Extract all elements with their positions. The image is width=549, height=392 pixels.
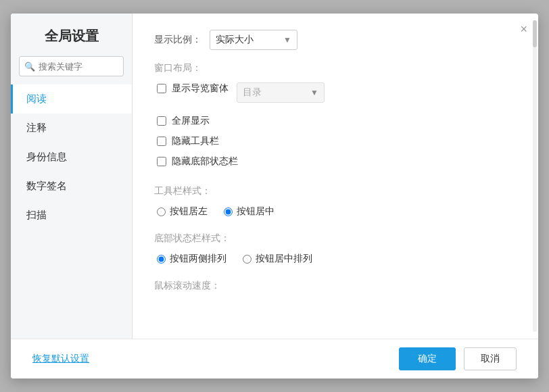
show-browser-checkbox[interactable]	[157, 84, 166, 93]
mouse-scroll-label: 鼠标滚动速度：	[154, 280, 517, 292]
toolbar-style-label: 工具栏样式：	[154, 185, 517, 197]
statusbar-both-sides-option[interactable]: 按钮两侧排列	[157, 253, 226, 265]
bottom-bar: 恢复默认设置 确定 取消	[11, 339, 538, 378]
hide-statusbar-checkbox[interactable]	[157, 157, 166, 166]
hide-statusbar-label: 隐藏底部状态栏	[172, 155, 238, 168]
sidebar-item-digital-signature[interactable]: 数字签名	[11, 172, 132, 201]
toolbar-align-center-option[interactable]: 按钮居中	[224, 205, 274, 218]
sidebar-item-reading[interactable]: 阅读	[11, 84, 132, 114]
button-group: 确定 取消	[399, 347, 517, 370]
toolbar-align-center-label: 按钮居中	[237, 205, 274, 218]
scrollbar-track	[533, 20, 537, 332]
main-content: × 显示比例： 实际大小 ▼ 窗口布局： 显示导览窗体 目录	[133, 14, 538, 339]
sidebar-search-container: 🔍	[19, 56, 124, 76]
show-browser-row: 显示导览窗体 目录 ▼	[157, 82, 517, 103]
toolbar-align-left-option[interactable]: 按钮居左	[157, 205, 208, 218]
browser-dropdown-arrow-icon: ▼	[310, 88, 318, 97]
hide-toolbar-checkbox[interactable]	[157, 137, 166, 146]
search-icon: 🔍	[24, 62, 35, 72]
settings-dialog: 全局设置 🔍 阅读 注释 身份信息 数字签名 扫描 ×	[11, 14, 538, 378]
show-browser-dropdown[interactable]: 目录 ▼	[237, 82, 325, 103]
fullscreen-label: 全屏显示	[172, 115, 210, 127]
dialog-inner: 全局设置 🔍 阅读 注释 身份信息 数字签名 扫描 ×	[11, 14, 538, 339]
statusbar-style-row: 按钮两侧排列 按钮居中排列	[157, 253, 517, 265]
display-scale-label: 显示比例：	[154, 34, 201, 46]
toolbar-align-center-radio[interactable]	[224, 207, 233, 216]
toolbar-style-row: 按钮居左 按钮居中	[157, 205, 517, 218]
window-layout-label: 窗口布局：	[154, 62, 517, 74]
hide-statusbar-row: 隐藏底部状态栏	[157, 155, 517, 168]
statusbar-center-label: 按钮居中排列	[256, 253, 312, 265]
statusbar-style-label: 底部状态栏样式：	[154, 232, 517, 245]
display-scale-value: 实际大小	[216, 34, 278, 46]
browser-type-value: 目录	[243, 87, 305, 99]
fullscreen-row: 全屏显示	[157, 115, 517, 127]
display-scale-dropdown[interactable]: 实际大小 ▼	[210, 30, 297, 50]
reset-link[interactable]: 恢复默认设置	[32, 353, 89, 365]
toolbar-align-left-label: 按钮居左	[170, 205, 208, 218]
statusbar-both-sides-label: 按钮两侧排列	[170, 253, 226, 265]
sidebar-item-scan[interactable]: 扫描	[11, 201, 132, 230]
show-browser-checkbox-row: 显示导览窗体	[157, 82, 229, 95]
sidebar-item-annotation[interactable]: 注释	[11, 114, 132, 143]
display-scale-row: 显示比例： 实际大小 ▼	[154, 30, 517, 50]
hide-toolbar-label: 隐藏工具栏	[172, 135, 219, 147]
dropdown-arrow-icon: ▼	[283, 35, 291, 45]
close-button[interactable]: ×	[520, 23, 527, 35]
sidebar: 全局设置 🔍 阅读 注释 身份信息 数字签名 扫描	[11, 14, 133, 339]
sidebar-item-identity[interactable]: 身份信息	[11, 143, 132, 172]
hide-toolbar-row: 隐藏工具栏	[157, 135, 517, 147]
scrollbar-thumb[interactable]	[533, 20, 537, 47]
sidebar-title: 全局设置	[11, 20, 132, 56]
statusbar-both-sides-radio[interactable]	[157, 255, 166, 264]
confirm-button[interactable]: 确定	[399, 347, 456, 370]
statusbar-center-radio[interactable]	[243, 255, 252, 264]
statusbar-center-option[interactable]: 按钮居中排列	[243, 253, 312, 265]
toolbar-align-left-radio[interactable]	[157, 207, 166, 216]
show-browser-label: 显示导览窗体	[172, 82, 229, 95]
fullscreen-checkbox[interactable]	[157, 116, 166, 126]
cancel-button[interactable]: 取消	[464, 347, 517, 370]
